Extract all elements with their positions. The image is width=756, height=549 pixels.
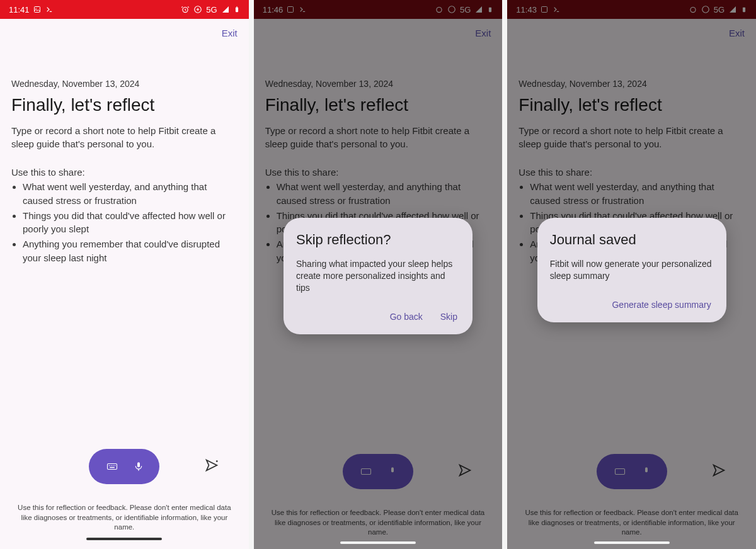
skip-button[interactable]: Skip (438, 308, 460, 325)
svg-rect-11 (110, 467, 115, 468)
phone-screen-3: 11:43 5G Exit Wednesday, November 13, 20… (507, 0, 756, 549)
gallery-icon (33, 6, 41, 13)
svg-rect-6 (108, 464, 117, 470)
svg-rect-0 (34, 7, 40, 13)
dialog-title: Journal saved (550, 232, 714, 248)
page-title: Finally, let's reflect (11, 95, 238, 115)
nav-gesture-bar[interactable] (594, 541, 670, 544)
svg-rect-12 (137, 463, 140, 468)
data-saver-icon (193, 5, 202, 14)
input-mode-pill[interactable] (89, 449, 159, 484)
keyboard-icon[interactable] (105, 461, 120, 472)
status-bar: 11:41 5G (0, 0, 249, 19)
status-time: 11:41 (9, 5, 30, 14)
go-back-button[interactable]: Go back (387, 308, 425, 325)
list-item: Things you did that could've affected ho… (23, 209, 238, 237)
svg-point-13 (216, 461, 218, 463)
signal-icon (221, 6, 230, 13)
nav-gesture-bar[interactable] (86, 538, 162, 540)
journal-saved-dialog: Journal saved Fitbit will now generate y… (537, 218, 726, 322)
list-item: What went well yesterday, and anything t… (23, 180, 238, 208)
dialog-title: Skip reflection? (296, 232, 460, 248)
phone-screen-1: 11:41 5G Exit Wednesday, November 13, 20… (0, 0, 249, 549)
nav-gesture-bar[interactable] (340, 541, 416, 544)
dialog-body: Sharing what impacted your sleep helps c… (296, 258, 460, 294)
svg-rect-5 (236, 6, 238, 7)
intro-text: Type or record a short note to help Fitb… (11, 124, 238, 150)
svg-point-8 (111, 465, 112, 467)
exit-button[interactable]: Exit (222, 28, 238, 38)
network-label: 5G (206, 5, 217, 14)
battery-icon (234, 5, 240, 14)
svg-rect-4 (236, 8, 238, 13)
svg-point-7 (109, 465, 110, 467)
svg-point-1 (35, 8, 37, 9)
list-item: Anything you remember that could've disr… (23, 237, 238, 265)
date-text: Wednesday, November 13, 2024 (11, 79, 238, 89)
share-label: Use this to share: (11, 167, 238, 178)
bullet-list: What went well yesterday, and anything t… (11, 180, 238, 266)
phone-screen-2: 11:46 5G Exit Wednesday, November 13, 20… (254, 0, 503, 549)
terminal-icon (45, 6, 54, 13)
dialog-body: Fitbit will now generate your personaliz… (550, 258, 714, 282)
generate-sleep-summary-button[interactable]: Generate sleep summary (609, 296, 713, 314)
svg-point-10 (115, 465, 116, 467)
disclaimer-text: Use this for reflection or feedback. Ple… (11, 503, 238, 533)
alarm-icon (181, 5, 190, 14)
svg-point-9 (113, 465, 114, 467)
skip-reflection-dialog: Skip reflection? Sharing what impacted y… (284, 218, 472, 334)
send-icon[interactable] (205, 458, 219, 475)
microphone-icon[interactable] (134, 460, 144, 473)
